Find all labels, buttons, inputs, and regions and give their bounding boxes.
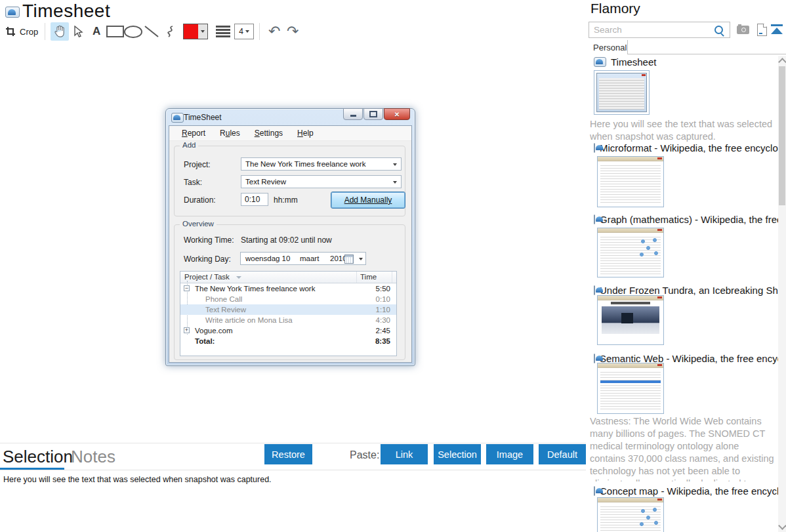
divider	[0, 470, 586, 470]
crop-icon	[5, 26, 16, 37]
graph-doodle	[638, 237, 660, 257]
chevron-down-icon	[245, 30, 249, 33]
redo-button[interactable]: ↷	[283, 22, 302, 41]
rectangle-tool-button[interactable]	[106, 22, 124, 41]
color-dropdown-button[interactable]	[198, 24, 207, 39]
line-width-icon[interactable]	[216, 26, 230, 37]
list-item-title[interactable]: Graph (mathematics) - Wikipedia, the fre…	[594, 214, 778, 225]
restore-button[interactable]: Restore	[264, 444, 312, 464]
duration-input: 0:10	[241, 193, 268, 206]
date-month: maart	[300, 255, 319, 262]
calendar-icon	[344, 255, 354, 264]
search-icon[interactable]	[714, 26, 723, 34]
undo-icon: ↶	[268, 25, 280, 38]
menu-settings: Settings	[247, 129, 290, 138]
window-title: TimeSheet	[184, 113, 222, 122]
paste-default-button[interactable]: Default	[539, 444, 586, 464]
scrollbar[interactable]	[778, 56, 786, 532]
redo-icon: ↷	[287, 25, 299, 38]
table-row-total: Total:8:35	[180, 336, 396, 346]
snapshot-thumbnail[interactable]	[597, 363, 664, 414]
list-item-title[interactable]: Microformat - Wikipedia, the free encycl…	[594, 142, 778, 153]
search-input[interactable]	[589, 22, 730, 38]
time-entries-table: Project / Task Time − The New York Times…	[180, 271, 397, 356]
app-logo-icon	[5, 7, 20, 18]
snapshot-description: Here you will see the text that was sele…	[590, 118, 775, 144]
line-icon	[144, 25, 159, 38]
expand-icon: +	[184, 327, 190, 333]
add-groupbox: Add Project: The New York Times freelanc…	[174, 146, 405, 216]
menu-help: Help	[290, 129, 321, 138]
text-tool-icon: A	[93, 25, 100, 38]
crop-button[interactable]: Crop	[5, 26, 38, 37]
snapshot-list: Timesheet Here you will see the text tha…	[589, 55, 778, 532]
bottom-panel: Selection Notes Restore Paste: Link Sele…	[0, 443, 586, 532]
tab-notes[interactable]: Notes	[71, 447, 115, 467]
add-manually-button: Add Manually	[331, 192, 405, 209]
task-value: Text Review	[245, 178, 286, 186]
tab-personal[interactable]: Personal	[589, 40, 628, 54]
overview-group-label: Overview	[180, 220, 217, 228]
snapshot-thumbnail[interactable]	[597, 228, 664, 277]
sort-indicator-icon	[236, 276, 241, 279]
table-row: − The New York Times freelance work5:50	[180, 283, 396, 294]
tab-selection[interactable]: Selection	[3, 447, 73, 467]
paste-selection-button[interactable]: Selection	[434, 444, 481, 464]
line-tool-button[interactable]	[142, 22, 161, 41]
table-header: Project / Task Time	[180, 272, 396, 283]
task-label: Task:	[184, 178, 202, 187]
collapse-expander-icon: −	[184, 285, 190, 291]
tab-bottom-border	[628, 54, 786, 54]
menu-rules: Rules	[213, 129, 247, 138]
snapshot-thumbnail[interactable]	[597, 295, 664, 345]
list-item-title[interactable]: Concept map - Wikipedia, the free encycl…	[594, 485, 778, 497]
chevron-down-icon	[393, 181, 397, 184]
flamory-sidebar: Flamory Personal Timesheet Here you will…	[589, 0, 786, 532]
date-day: woensdag 10	[245, 255, 290, 262]
window-icon	[171, 113, 184, 123]
pan-tool-button[interactable]	[51, 22, 69, 41]
table-row: Phone Call0:10	[180, 294, 396, 304]
paste-link-button[interactable]: Link	[381, 444, 428, 464]
snapshot-icon	[594, 354, 595, 363]
menu-report: Report	[175, 129, 213, 138]
snapshot-icon	[594, 486, 595, 496]
snapshot-thumbnail[interactable]	[594, 70, 650, 115]
add-group-label: Add	[180, 141, 198, 149]
duration-label: Duration:	[184, 195, 216, 205]
snapshot-thumbnail[interactable]	[597, 497, 664, 532]
overview-groupbox: Overview Working Time: Starting at 09:02…	[174, 224, 405, 360]
paste-image-button[interactable]: Image	[486, 444, 533, 464]
freehand-tool-button[interactable]	[161, 22, 179, 41]
snapshot-description: Vastness: The World Wide Web contains ma…	[590, 415, 775, 481]
maximize-icon	[369, 111, 377, 117]
minimize-icon	[350, 115, 356, 117]
snapshot-icon	[594, 57, 606, 67]
project-value: The New York Times freelance work	[245, 160, 365, 168]
camera-icon[interactable]	[737, 26, 749, 34]
scroll-up-icon[interactable]	[778, 58, 786, 66]
undo-button[interactable]: ↶	[265, 22, 283, 41]
rectangle-icon	[106, 26, 124, 37]
hand-icon	[54, 25, 66, 38]
list-item-title[interactable]: Timesheet	[594, 56, 778, 68]
highlighted-line	[600, 380, 661, 383]
text-tool-button[interactable]: A	[87, 22, 106, 41]
working-day-datepicker: woensdag 10 maart 2010	[240, 252, 366, 265]
collapse-sidebar-icon[interactable]	[771, 24, 783, 34]
list-item-title[interactable]: Under Frozen Tundra, an Icebreaking Ship…	[594, 285, 778, 296]
ellipse-tool-button[interactable]	[124, 22, 142, 41]
editor-toolbar: Crop A 4 ↶ ↷	[0, 20, 584, 43]
scrollbar-thumb[interactable]	[779, 66, 785, 205]
snapshot-thumbnail[interactable]	[597, 156, 664, 207]
color-picker[interactable]	[183, 24, 208, 39]
working-time-label: Working Time:	[184, 235, 234, 245]
new-note-icon[interactable]	[757, 24, 767, 36]
scroll-down-icon[interactable]	[778, 522, 786, 530]
select-tool-button[interactable]	[69, 22, 87, 41]
stroke-width-select[interactable]: 4	[234, 24, 254, 39]
working-day-label: Working Day:	[184, 255, 231, 264]
maximize-button	[363, 108, 383, 120]
toolbar-separator	[259, 23, 260, 40]
chevron-down-icon	[201, 30, 205, 33]
